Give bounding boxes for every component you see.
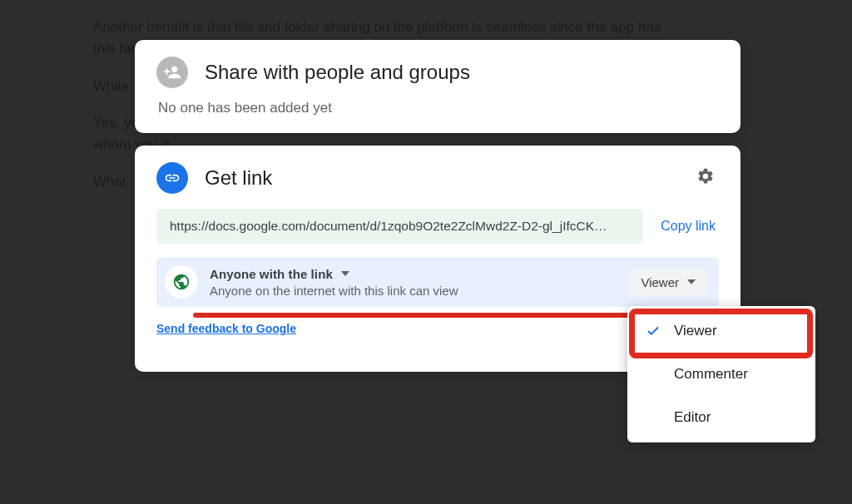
url-row: https://docs.google.com/document/d/1zqob…	[156, 209, 719, 244]
access-info: Anyone with the link Anyone on the inter…	[210, 267, 629, 298]
role-option-editor[interactable]: Editor	[627, 396, 815, 439]
role-label: Viewer	[641, 275, 679, 289]
chevron-down-icon	[687, 279, 696, 284]
role-option-label: Editor	[674, 409, 711, 426]
check-icon	[646, 323, 661, 339]
role-dropdown-menu: Viewer Commenter Editor	[627, 306, 815, 442]
link-header: Get link	[156, 162, 719, 194]
person-add-icon	[156, 57, 188, 88]
share-title: Share with people and groups	[205, 61, 470, 84]
access-scope-dropdown[interactable]: Anyone with the link	[210, 267, 629, 281]
share-people-card: Share with people and groups No one has …	[135, 40, 741, 133]
globe-icon	[165, 265, 198, 299]
copy-link-button[interactable]: Copy link	[657, 212, 719, 240]
access-description: Anyone on the internet with this link ca…	[210, 284, 629, 298]
link-settings-button[interactable]	[692, 164, 719, 190]
get-link-title: Get link	[205, 166, 272, 190]
link-icon	[156, 162, 188, 194]
chevron-down-icon	[341, 271, 349, 276]
share-subtitle: No one has been added yet	[158, 100, 719, 116]
role-dropdown-button[interactable]: Viewer	[629, 269, 707, 296]
role-option-commenter[interactable]: Commenter	[627, 353, 815, 396]
role-option-label: Commenter	[674, 366, 748, 383]
access-scope-label: Anyone with the link	[210, 267, 333, 281]
gear-icon	[696, 167, 715, 188]
role-option-viewer[interactable]: Viewer	[627, 309, 815, 353]
share-header: Share with people and groups	[156, 57, 719, 88]
role-option-label: Viewer	[674, 323, 717, 339]
send-feedback-link[interactable]: Send feedback to Google	[156, 322, 296, 335]
share-url-field[interactable]: https://docs.google.com/document/d/1zqob…	[156, 209, 642, 244]
link-access-row: Anyone with the link Anyone on the inter…	[156, 257, 719, 307]
